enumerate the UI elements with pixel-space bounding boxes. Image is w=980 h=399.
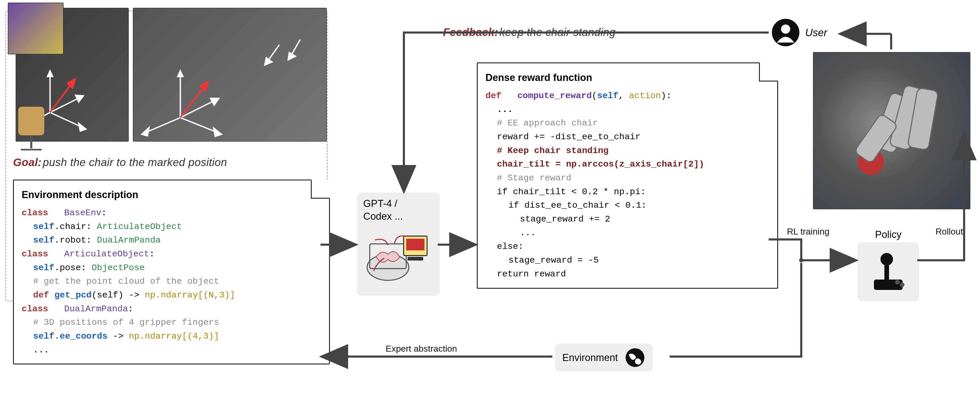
svg-point-47 [799,258,803,262]
connectors [0,0,980,399]
